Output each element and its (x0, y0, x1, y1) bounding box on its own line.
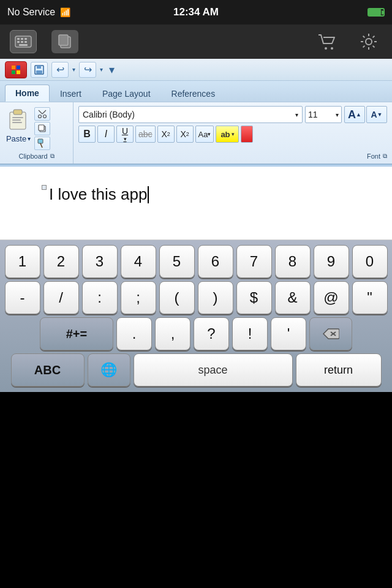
svg-rect-9 (59, 35, 68, 45)
svg-rect-14 (37, 66, 41, 69)
font-size-selector[interactable]: 11 ▾ (305, 106, 342, 123)
underline-button[interactable]: U ▾ (116, 126, 134, 143)
key-2[interactable]: 2 (43, 245, 79, 278)
key-9[interactable]: 9 (314, 245, 349, 278)
key-close-paren[interactable]: ) (198, 281, 233, 314)
font-shrink-button[interactable]: A▼ (366, 106, 387, 123)
key-apostrophe[interactable]: ' (271, 317, 306, 350)
svg-point-21 (39, 115, 42, 118)
wifi-icon: 📶 (60, 7, 70, 17)
font-expand-button[interactable]: ⧉ (383, 153, 387, 160)
svg-point-12 (366, 39, 372, 45)
key-0[interactable]: 0 (352, 245, 388, 278)
highlight-button[interactable]: ab ▾ (216, 126, 239, 143)
keyboard: 1 2 3 4 5 6 7 8 9 0 - / : ; ( ) $ & @ " … (0, 240, 392, 392)
subscript-button[interactable]: X2 (157, 126, 175, 143)
svg-rect-5 (21, 41, 23, 43)
keyboard-button[interactable] (10, 30, 37, 53)
office-button[interactable] (5, 61, 27, 78)
font-size-value: 11 (308, 110, 318, 119)
key-space[interactable]: space (134, 353, 293, 386)
tab-insert[interactable]: Insert (50, 85, 92, 102)
svg-rect-4 (17, 41, 20, 43)
font-group: Calibri (Body) ▾ 11 ▾ A▲ A▼ B (74, 102, 392, 164)
svg-point-10 (325, 47, 327, 50)
clipboard-expand[interactable]: ⧉ (50, 153, 55, 160)
clock: 12:34 AM (173, 6, 219, 18)
key-3[interactable]: 3 (82, 245, 118, 278)
key-quote[interactable]: " (352, 281, 388, 314)
paste-dropdown[interactable]: ▾ (28, 135, 31, 142)
status-bar: No Service 📶 12:34 AM (0, 0, 392, 24)
key-exclaim[interactable]: ! (232, 317, 268, 350)
tab-home[interactable]: Home (5, 85, 50, 102)
ribbon: ↩ ▾ ↪ ▾ ▾ Home Insert Page Layout Refere… (0, 59, 392, 164)
key-at[interactable]: @ (314, 281, 349, 314)
svg-point-22 (43, 115, 47, 118)
redo-button[interactable]: ↪ (79, 62, 96, 78)
key-period[interactable]: . (116, 317, 152, 350)
font-group-label: Font (367, 153, 380, 160)
battery-icon (368, 8, 385, 17)
copy-small-button[interactable] (34, 122, 50, 135)
svg-rect-17 (13, 110, 22, 115)
svg-line-28 (40, 143, 42, 148)
key-semicolon[interactable]: ; (121, 281, 156, 314)
italic-button[interactable]: I (97, 126, 115, 143)
keyboard-row-special: #+= . , ? ! ' (2, 317, 390, 350)
key-delete[interactable] (309, 317, 352, 350)
key-1[interactable]: 1 (5, 245, 40, 278)
paste-button[interactable]: Paste ▾ (5, 106, 32, 143)
key-ampersand[interactable]: & (275, 281, 311, 314)
document-area[interactable]: I love this app (0, 167, 392, 240)
font-selector[interactable]: Calibri (Body) ▾ (78, 106, 303, 123)
clipboard-label: Clipboard (18, 153, 47, 160)
svg-rect-2 (21, 38, 23, 40)
superscript-button[interactable]: X2 (176, 126, 194, 143)
quick-access-toolbar: ↩ ▾ ↪ ▾ ▾ (0, 59, 392, 81)
key-question[interactable]: ? (194, 317, 229, 350)
strikethrough-button[interactable]: abc (135, 126, 156, 143)
cart-button[interactable] (314, 30, 341, 53)
font-grow-button[interactable]: A▲ (344, 106, 365, 123)
format-painter-button[interactable] (34, 137, 50, 150)
font-dropdown-arrow[interactable]: ▾ (295, 111, 298, 118)
copy-button[interactable] (51, 30, 78, 53)
svg-line-24 (42, 110, 46, 114)
key-5[interactable]: 5 (159, 245, 195, 278)
key-slash[interactable]: / (43, 281, 79, 314)
ribbon-content: Paste ▾ (0, 102, 392, 164)
key-more-symbols[interactable]: #+= (40, 317, 113, 350)
undo-dropdown[interactable]: ▾ (72, 66, 75, 73)
key-globe[interactable]: 🌐 (88, 353, 130, 386)
key-4[interactable]: 4 (121, 245, 156, 278)
font-name: Calibri (Body) (83, 110, 135, 119)
tab-references[interactable]: References (161, 85, 226, 102)
svg-rect-27 (38, 139, 43, 143)
key-7[interactable]: 7 (236, 245, 272, 278)
redo-dropdown[interactable]: ▾ (100, 66, 103, 73)
key-open-paren[interactable]: ( (159, 281, 195, 314)
key-colon[interactable]: : (82, 281, 118, 314)
document-content: I love this app (49, 185, 147, 204)
undo-button[interactable]: ↩ (51, 62, 69, 78)
key-dollar[interactable]: $ (236, 281, 272, 314)
key-comma[interactable]: , (155, 317, 190, 350)
font-color-button[interactable] (241, 126, 253, 143)
document-text[interactable]: I love this app (49, 185, 149, 204)
case-button[interactable]: Aa▾ (195, 126, 214, 143)
key-8[interactable]: 8 (275, 245, 311, 278)
key-minus[interactable]: - (5, 281, 40, 314)
cut-button[interactable] (34, 107, 50, 121)
key-abc[interactable]: ABC (11, 353, 85, 386)
settings-button[interactable] (355, 30, 382, 53)
key-return[interactable]: return (296, 353, 382, 386)
key-6[interactable]: 6 (198, 245, 233, 278)
save-button[interactable] (31, 62, 48, 78)
font-size-dropdown-arrow[interactable]: ▾ (336, 111, 339, 118)
tab-page-layout[interactable]: Page Layout (92, 85, 161, 102)
more-button[interactable]: ▾ (109, 63, 115, 77)
svg-rect-15 (36, 70, 42, 74)
bold-button[interactable]: B (78, 126, 96, 143)
keyboard-row-bottom: ABC 🌐 space return (2, 353, 390, 386)
